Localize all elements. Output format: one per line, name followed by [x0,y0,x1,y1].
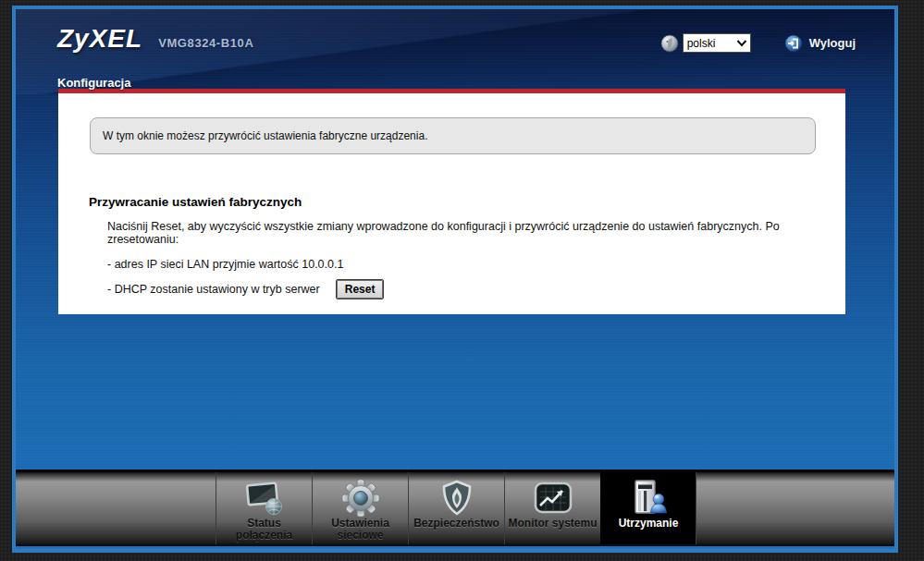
nav-label-maintenance: Utrzymanie [617,518,681,544]
reset-button[interactable]: Reset [337,280,384,299]
brand-row: ZyXEL VMG8324-B10A [57,24,253,54]
logout-icon [784,34,803,53]
info-message-text: W tym oknie możesz przywrócić ustawienia… [103,129,427,142]
header-actions: polski Wyloguj [660,33,856,53]
section-description: Naciśnij Reset, aby wyczyścić wszystkie … [107,220,845,246]
device-model: VMG8324-B10A [158,36,253,50]
page-title: Konfiguracja [57,76,130,90]
logout-button[interactable]: Wyloguj [784,34,856,53]
system-monitor-icon [532,479,574,518]
language-select[interactable]: polski [683,33,751,53]
bottom-nav-bar: Status połączenia [16,470,894,546]
security-shield-icon [437,479,476,518]
nav-label-network-settings: Ustawienia sieciowe [313,518,408,544]
nav-item-system-monitor[interactable]: Monitor systemu [504,472,600,544]
language-group: polski [660,33,751,53]
language-globe-icon [660,34,679,53]
content-panel: W tym oknie możesz przywrócić ustawienia… [58,89,845,314]
bullet-lan-ip: - adres IP sieci LAN przyjmie wartość 10… [107,258,845,271]
router-admin-page: ZyXEL VMG8324-B10A polski [12,6,898,553]
chevron-down-icon [736,37,747,50]
nav-item-network-settings[interactable]: Ustawienia sieciowe [312,472,408,544]
section-heading: Przywracanie ustawień fabrycznych [89,195,845,209]
info-message-box: W tym oknie możesz przywrócić ustawienia… [90,117,816,154]
zyxel-logo: ZyXEL [57,24,142,54]
connection-status-icon [243,479,286,518]
language-selected-value: polski [687,37,716,50]
bullet-dhcp-text: - DHCP zostanie ustawiony w tryb serwer [107,283,320,296]
bullet-dhcp-row: - DHCP zostanie ustawiony w tryb serwer … [107,280,845,299]
nav-label-connection-status: Status połączenia [216,518,312,544]
factory-reset-section: Przywracanie ustawień fabrycznych Naciśn… [89,195,845,299]
nav-item-maintenance[interactable]: Utrzymanie [600,472,696,544]
nav-items: Status połączenia [216,472,696,544]
network-settings-icon [341,479,380,518]
nav-label-system-monitor: Monitor systemu [506,518,598,544]
nav-label-security: Bezpieczeństwo [412,518,501,544]
nav-item-security[interactable]: Bezpieczeństwo [408,472,504,544]
logout-label: Wyloguj [809,36,856,50]
maintenance-icon [627,479,670,518]
nav-item-connection-status[interactable]: Status połączenia [216,472,312,544]
